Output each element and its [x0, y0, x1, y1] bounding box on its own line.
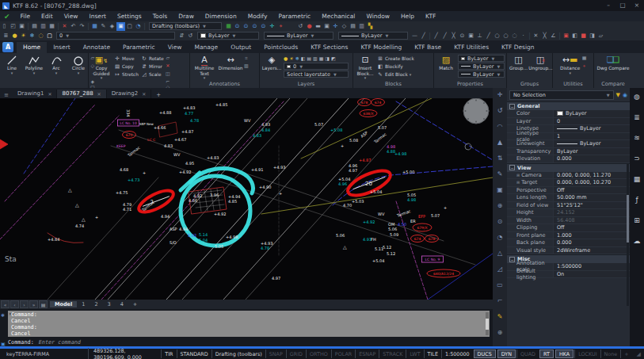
toolbar-icon[interactable]: ✕ [60, 22, 69, 31]
dock-icon[interactable]: ≋ [634, 134, 640, 142]
status-toggle[interactable]: LOCKUI [574, 349, 600, 358]
toolbar-icon[interactable]: ▦ [48, 22, 56, 31]
dock-icon[interactable]: ⊞ [634, 216, 640, 224]
menu-item[interactable]: Edit [36, 13, 59, 20]
menu-item[interactable]: Insert [83, 13, 112, 20]
draw-tool-icon[interactable]: ⊙ [458, 32, 467, 40]
layer-tool-icon[interactable]: ↺ [186, 32, 195, 40]
ribbon-tab[interactable]: KTF Sections [304, 42, 354, 53]
menu-item[interactable]: KTF [420, 13, 441, 20]
palette-tool-icon[interactable]: ◔ [497, 234, 503, 241]
scale-button[interactable]: ◿Scale [141, 71, 164, 78]
draw-tool-icon[interactable]: ╱ [419, 32, 428, 40]
draw-tool-icon[interactable]: ╳ [540, 32, 549, 40]
ribbon-tab[interactable]: Manage [188, 42, 224, 53]
quick-select-icon[interactable]: ▼ [616, 92, 620, 98]
layer-state-icon[interactable]: ◧ [301, 55, 306, 61]
layer-tool-icon[interactable]: ⇵ [177, 32, 186, 40]
palette-scrollbar[interactable] [627, 163, 629, 306]
menu-item[interactable]: Modify [242, 13, 273, 20]
tab-close-icon[interactable]: ✕ [48, 91, 51, 97]
document-tab[interactable]: 80767_288✕ [57, 90, 106, 98]
property-row[interactable]: Front plane1.000 [507, 232, 630, 240]
ribbon-tab[interactable]: KTF Utilities [448, 42, 495, 53]
status-toggle[interactable]: Drafting (toolbars) [211, 349, 265, 358]
status-toggle[interactable]: DYN [497, 349, 516, 358]
app-menu-button[interactable]: A [2, 42, 13, 52]
toolbar-icon[interactable]: ▢ [125, 22, 134, 31]
status-toggle[interactable]: HKA [555, 349, 574, 358]
status-toggle[interactable]: LWT [406, 349, 423, 358]
toolbar-icon[interactable]: ↶ [69, 22, 78, 31]
ribbon-tab[interactable]: Home [17, 42, 47, 53]
toolbar-icon[interactable]: ▣ [116, 22, 125, 31]
palette-section-header[interactable]: −General [507, 101, 630, 110]
tab-close-icon[interactable]: ✕ [97, 91, 101, 97]
property-row[interactable]: Lens length50.000 mm [507, 194, 630, 202]
draw-tool-icon[interactable]: ▣ [562, 32, 570, 40]
layer-state-icon[interactable]: ◩ [331, 55, 336, 61]
property-row[interactable]: Width56.408 [507, 217, 630, 225]
layout-nav-button[interactable]: » [29, 300, 38, 308]
command-settings-icon[interactable]: ▣ [1, 341, 6, 346]
ribbon-tab[interactable]: Parametric [116, 42, 162, 53]
ribbon-tab[interactable]: Output [224, 42, 257, 53]
rotate-button[interactable]: ↻Rotate [141, 55, 164, 63]
layout-tab[interactable]: 1 [77, 301, 90, 307]
ribbon-color-dropdown[interactable]: ByLayer▼ [458, 55, 505, 62]
dwg-compare-button[interactable]: ❏❏ Dwg Compare [596, 55, 629, 71]
status-toggle[interactable]: 1:500000 [441, 349, 473, 358]
layout-tab[interactable]: 2 [90, 301, 102, 307]
copy-button[interactable]: ▤Copy [114, 63, 139, 71]
menu-item[interactable]: Window [360, 13, 395, 20]
history-close-icon[interactable]: × [9, 311, 12, 317]
toolbar-icon[interactable]: ▬ [314, 22, 322, 31]
history-scrollbar[interactable] [486, 312, 489, 335]
modify-mini-icon[interactable]: ✕ [166, 63, 170, 71]
ribbon-tab[interactable]: Insert [47, 42, 77, 53]
draw-tool-icon[interactable]: ▱ [596, 32, 605, 40]
palette-tool-icon[interactable]: ↺ [497, 107, 503, 114]
property-row[interactable]: Layer0 [507, 118, 630, 126]
palette-tool-icon[interactable]: ▭ [497, 281, 503, 288]
modify-mini-icon[interactable]: ▱ [166, 55, 170, 63]
property-row[interactable]: Elevation0.000 [507, 155, 630, 163]
utility-mini-icon[interactable]: ⌖ [582, 63, 587, 71]
toolbar-icon[interactable]: ⊙ [259, 22, 268, 31]
ribbon-tab[interactable]: Pointclouds [257, 42, 304, 53]
property-row[interactable]: ⊞Camera0.000, 0.000, 11.270 [507, 172, 630, 180]
color-dropdown[interactable]: ByLayer▼ [197, 32, 259, 40]
new-tab-button[interactable]: + [151, 92, 166, 98]
toolbar-icon[interactable]: ✛ [331, 22, 340, 31]
layer-tool-icon[interactable]: ◌ [36, 32, 45, 40]
palette-tool-icon[interactable]: ◿ [497, 265, 502, 273]
status-toggle[interactable]: SNAP [265, 349, 286, 358]
menu-item[interactable]: Settings [112, 13, 147, 20]
menu-item[interactable]: File [15, 13, 36, 20]
drawing-canvas[interactable]: 678674638/X679/X674678640/A12/24670LC No… [0, 98, 493, 300]
draw-tool-icon[interactable]: ◨ [588, 32, 596, 40]
property-row[interactable]: Height24.152 [507, 209, 630, 217]
polyline-button[interactable]: Polyline▾ [24, 55, 44, 75]
utility-mini-icon[interactable]: ▦ [582, 55, 587, 63]
ribbon-tab[interactable]: KTF Design [495, 42, 541, 53]
layer-state-icon[interactable]: ● [284, 55, 288, 61]
dock-icon[interactable]: ☁ [634, 237, 641, 245]
status-toggle[interactable]: TIR [161, 349, 176, 358]
toolbar-icon[interactable]: ✛ [268, 22, 276, 31]
lineweight-dropdown[interactable]: ByLayer▼ [338, 32, 408, 40]
distance-button[interactable]: ↔▬ Distance▾ [560, 55, 581, 75]
property-row[interactable]: LineweightByLayer [507, 140, 630, 148]
palette-tool-icon[interactable]: ⇅ [497, 155, 503, 162]
ribbon-lineweight-dropdown[interactable]: ByLayer▼ [458, 71, 505, 78]
tab-close-icon[interactable]: ✕ [142, 91, 146, 97]
layer-tool-icon[interactable]: ▢ [45, 32, 54, 40]
property-row[interactable]: ClippingOff [507, 224, 630, 232]
status-toggle[interactable]: DUCS [474, 349, 496, 358]
layer-tool-icon[interactable]: ❄ [28, 32, 36, 40]
property-row[interactable]: Field of view51°25'12" [507, 202, 630, 210]
layout-tab[interactable]: 3 [103, 301, 116, 307]
dock-icon[interactable]: ⊃ [634, 155, 640, 162]
toolbar-icon[interactable]: ✎ [99, 22, 108, 31]
layer-state-icon[interactable]: ▥ [313, 55, 318, 61]
